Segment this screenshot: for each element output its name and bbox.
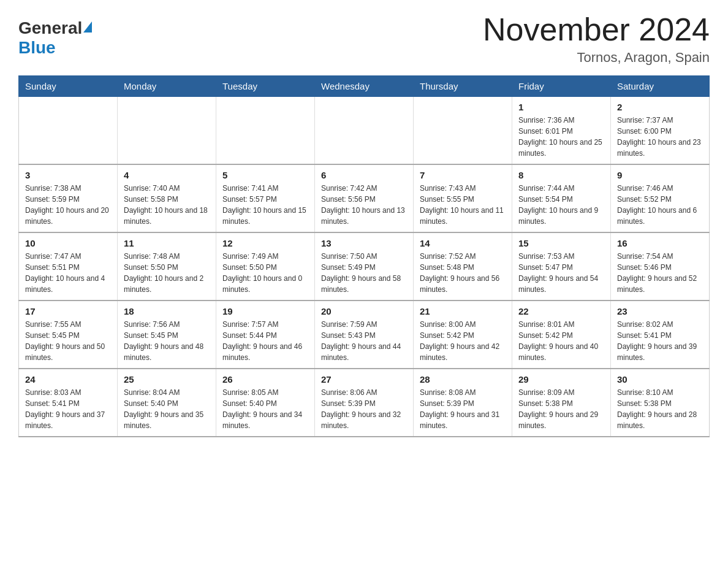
day-header-thursday: Thursday	[414, 76, 512, 97]
calendar-cell: 17Sunrise: 7:55 AM Sunset: 5:45 PM Dayli…	[19, 301, 118, 369]
day-number: 1	[518, 102, 604, 112]
day-number: 25	[124, 374, 210, 385]
calendar-cell: 19Sunrise: 7:57 AM Sunset: 5:44 PM Dayli…	[216, 301, 315, 369]
day-number: 20	[321, 306, 407, 316]
day-info: Sunrise: 8:02 AM Sunset: 5:41 PM Dayligh…	[617, 319, 703, 363]
calendar-week-row: 3Sunrise: 7:38 AM Sunset: 5:59 PM Daylig…	[19, 164, 710, 232]
day-header-friday: Friday	[512, 76, 611, 97]
day-info: Sunrise: 7:53 AM Sunset: 5:47 PM Dayligh…	[518, 251, 604, 295]
day-number: 3	[25, 170, 111, 180]
day-number: 4	[124, 170, 210, 180]
calendar-week-row: 17Sunrise: 7:55 AM Sunset: 5:45 PM Dayli…	[19, 301, 710, 369]
day-number: 24	[25, 374, 111, 385]
day-number: 21	[420, 306, 506, 316]
day-info: Sunrise: 8:10 AM Sunset: 5:38 PM Dayligh…	[617, 387, 703, 431]
day-number: 30	[617, 374, 703, 385]
day-header-monday: Monday	[118, 76, 216, 97]
day-info: Sunrise: 8:00 AM Sunset: 5:42 PM Dayligh…	[420, 319, 506, 363]
day-header-wednesday: Wednesday	[315, 76, 414, 97]
calendar-cell: 30Sunrise: 8:10 AM Sunset: 5:38 PM Dayli…	[611, 369, 710, 437]
day-info: Sunrise: 7:47 AM Sunset: 5:51 PM Dayligh…	[25, 251, 111, 295]
calendar-cell: 9Sunrise: 7:46 AM Sunset: 5:52 PM Daylig…	[611, 164, 710, 232]
calendar-cell: 13Sunrise: 7:50 AM Sunset: 5:49 PM Dayli…	[315, 232, 414, 301]
location-subtitle: Tornos, Aragon, Spain	[483, 50, 710, 66]
day-info: Sunrise: 8:04 AM Sunset: 5:40 PM Dayligh…	[124, 387, 210, 431]
day-number: 12	[222, 238, 308, 248]
day-info: Sunrise: 8:08 AM Sunset: 5:39 PM Dayligh…	[420, 387, 506, 431]
calendar-cell: 2Sunrise: 7:37 AM Sunset: 6:00 PM Daylig…	[611, 97, 710, 165]
day-number: 13	[321, 238, 407, 248]
day-info: Sunrise: 7:52 AM Sunset: 5:48 PM Dayligh…	[420, 251, 506, 295]
day-info: Sunrise: 7:40 AM Sunset: 5:58 PM Dayligh…	[124, 183, 210, 227]
calendar-week-row: 24Sunrise: 8:03 AM Sunset: 5:41 PM Dayli…	[19, 369, 710, 437]
calendar-cell: 6Sunrise: 7:42 AM Sunset: 5:56 PM Daylig…	[315, 164, 414, 232]
logo-triangle-icon	[83, 21, 92, 33]
calendar-cell: 5Sunrise: 7:41 AM Sunset: 5:57 PM Daylig…	[216, 164, 315, 232]
title-section: November 2024 Tornos, Aragon, Spain	[483, 12, 710, 66]
day-header-tuesday: Tuesday	[216, 76, 315, 97]
day-info: Sunrise: 8:09 AM Sunset: 5:38 PM Dayligh…	[518, 387, 604, 431]
calendar-cell: 29Sunrise: 8:09 AM Sunset: 5:38 PM Dayli…	[512, 369, 611, 437]
month-title: November 2024	[483, 12, 710, 47]
day-number: 9	[617, 170, 703, 180]
day-info: Sunrise: 8:05 AM Sunset: 5:40 PM Dayligh…	[222, 387, 308, 431]
calendar-cell: 3Sunrise: 7:38 AM Sunset: 5:59 PM Daylig…	[19, 164, 118, 232]
day-info: Sunrise: 7:43 AM Sunset: 5:55 PM Dayligh…	[420, 183, 506, 227]
calendar-cell: 20Sunrise: 7:59 AM Sunset: 5:43 PM Dayli…	[315, 301, 414, 369]
calendar-cell: 12Sunrise: 7:49 AM Sunset: 5:50 PM Dayli…	[216, 232, 315, 301]
page-header: GeneralBlue November 2024 Tornos, Aragon…	[18, 12, 710, 66]
calendar-cell: 7Sunrise: 7:43 AM Sunset: 5:55 PM Daylig…	[414, 164, 512, 232]
day-info: Sunrise: 7:55 AM Sunset: 5:45 PM Dayligh…	[25, 319, 111, 363]
logo: GeneralBlue	[18, 18, 92, 58]
calendar-cell: 11Sunrise: 7:48 AM Sunset: 5:50 PM Dayli…	[118, 232, 216, 301]
day-number: 28	[420, 374, 506, 385]
day-info: Sunrise: 7:56 AM Sunset: 5:45 PM Dayligh…	[124, 319, 210, 363]
day-header-saturday: Saturday	[611, 76, 710, 97]
day-number: 23	[617, 306, 703, 316]
calendar-header-row: SundayMondayTuesdayWednesdayThursdayFrid…	[19, 76, 710, 97]
day-number: 27	[321, 374, 407, 385]
calendar-cell	[19, 97, 118, 165]
day-number: 26	[222, 374, 308, 385]
logo-blue-text: Blue	[18, 38, 56, 57]
day-info: Sunrise: 7:38 AM Sunset: 5:59 PM Dayligh…	[25, 183, 111, 227]
day-info: Sunrise: 7:49 AM Sunset: 5:50 PM Dayligh…	[222, 251, 308, 295]
logo-general-text: General	[18, 18, 82, 38]
day-info: Sunrise: 7:46 AM Sunset: 5:52 PM Dayligh…	[617, 183, 703, 227]
day-info: Sunrise: 7:50 AM Sunset: 5:49 PM Dayligh…	[321, 251, 407, 295]
day-info: Sunrise: 8:01 AM Sunset: 5:42 PM Dayligh…	[518, 319, 604, 363]
calendar-cell: 26Sunrise: 8:05 AM Sunset: 5:40 PM Dayli…	[216, 369, 315, 437]
calendar-cell: 24Sunrise: 8:03 AM Sunset: 5:41 PM Dayli…	[19, 369, 118, 437]
calendar-cell: 15Sunrise: 7:53 AM Sunset: 5:47 PM Dayli…	[512, 232, 611, 301]
day-number: 6	[321, 170, 407, 180]
day-info: Sunrise: 7:59 AM Sunset: 5:43 PM Dayligh…	[321, 319, 407, 363]
calendar-week-row: 10Sunrise: 7:47 AM Sunset: 5:51 PM Dayli…	[19, 232, 710, 301]
day-number: 16	[617, 238, 703, 248]
calendar-cell: 10Sunrise: 7:47 AM Sunset: 5:51 PM Dayli…	[19, 232, 118, 301]
day-number: 15	[518, 238, 604, 248]
day-number: 19	[222, 306, 308, 316]
calendar-cell	[118, 97, 216, 165]
day-number: 10	[25, 238, 111, 248]
day-number: 2	[617, 102, 703, 112]
day-number: 8	[518, 170, 604, 180]
day-number: 5	[222, 170, 308, 180]
calendar-cell: 27Sunrise: 8:06 AM Sunset: 5:39 PM Dayli…	[315, 369, 414, 437]
day-info: Sunrise: 7:48 AM Sunset: 5:50 PM Dayligh…	[124, 251, 210, 295]
day-number: 29	[518, 374, 604, 385]
calendar-cell	[414, 97, 512, 165]
calendar-table: SundayMondayTuesdayWednesdayThursdayFrid…	[18, 75, 710, 437]
calendar-cell	[216, 97, 315, 165]
calendar-cell: 14Sunrise: 7:52 AM Sunset: 5:48 PM Dayli…	[414, 232, 512, 301]
day-number: 7	[420, 170, 506, 180]
day-number: 11	[124, 238, 210, 248]
day-info: Sunrise: 7:54 AM Sunset: 5:46 PM Dayligh…	[617, 251, 703, 295]
day-info: Sunrise: 8:06 AM Sunset: 5:39 PM Dayligh…	[321, 387, 407, 431]
calendar-cell: 18Sunrise: 7:56 AM Sunset: 5:45 PM Dayli…	[118, 301, 216, 369]
calendar-week-row: 1Sunrise: 7:36 AM Sunset: 6:01 PM Daylig…	[19, 97, 710, 165]
calendar-cell: 8Sunrise: 7:44 AM Sunset: 5:54 PM Daylig…	[512, 164, 611, 232]
day-info: Sunrise: 7:42 AM Sunset: 5:56 PM Dayligh…	[321, 183, 407, 227]
day-number: 17	[25, 306, 111, 316]
day-info: Sunrise: 7:41 AM Sunset: 5:57 PM Dayligh…	[222, 183, 308, 227]
calendar-cell: 22Sunrise: 8:01 AM Sunset: 5:42 PM Dayli…	[512, 301, 611, 369]
